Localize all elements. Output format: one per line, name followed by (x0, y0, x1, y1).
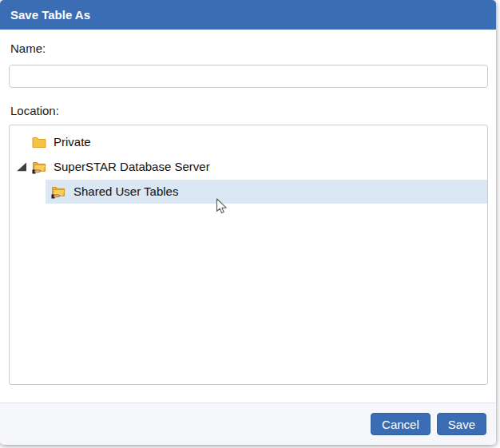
expander-icon[interactable] (17, 162, 26, 171)
tree-item-label: Shared User Tables (73, 184, 178, 198)
save-button[interactable]: Save (437, 413, 486, 435)
name-input[interactable] (9, 65, 488, 88)
dialog-title-bar: Save Table As (0, 0, 496, 30)
tree-item-anchor[interactable]: Shared User Tables (46, 180, 487, 204)
tree-item-anchor[interactable]: SuperSTAR Database Server (32, 155, 210, 179)
dialog-footer: Cancel Save (0, 402, 496, 445)
name-label: Name: (10, 42, 46, 55)
tree-item[interactable]: SuperSTAR Database Server (10, 154, 487, 179)
tree-item-label: Private (54, 135, 91, 149)
location-tree[interactable]: Private SuperSTAR Database Server (9, 125, 488, 385)
shared-folder-icon (51, 184, 65, 200)
tree-item[interactable]: Shared User Tables (10, 179, 487, 204)
folder-icon (32, 135, 46, 149)
location-label: Location: (10, 104, 59, 117)
save-table-as-dialog: Save Table As Name: Location: Privat (0, 0, 496, 445)
tree-item[interactable]: Private (10, 129, 487, 154)
dialog-title: Save Table As (10, 8, 90, 22)
cancel-button[interactable]: Cancel (371, 413, 431, 435)
tree-item-anchor[interactable]: Private (32, 130, 91, 154)
shared-folder-icon (32, 159, 46, 175)
tree-item-label: SuperSTAR Database Server (54, 160, 210, 173)
